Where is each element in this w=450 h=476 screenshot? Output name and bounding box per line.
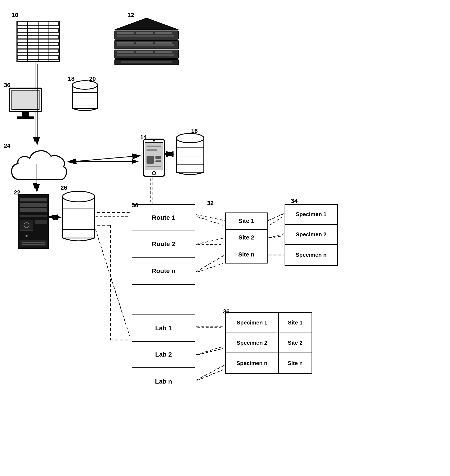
svg-line-99 (69, 156, 140, 162)
server-tower-icon (17, 193, 50, 250)
svg-rect-69 (147, 156, 154, 164)
specimen-row-1: Specimen 1 (285, 205, 337, 225)
specimen-row-2: Specimen 2 (285, 225, 337, 245)
server-stack-icon (112, 17, 181, 68)
svg-rect-55 (22, 112, 29, 117)
site-row-2: Site 2 (226, 230, 267, 246)
svg-rect-52 (121, 61, 172, 63)
lab-row-2: Lab 2 (132, 342, 195, 368)
db-cylinder-large-icon (174, 131, 206, 177)
site-bottom-row-n: Site n (279, 353, 312, 373)
svg-rect-47 (117, 51, 134, 53)
specimen-row-n: Specimen n (285, 245, 337, 265)
svg-rect-38 (136, 32, 153, 34)
svg-point-66 (153, 140, 155, 142)
svg-line-12 (197, 264, 223, 272)
sites-bottom-box: Site 1 Site 2 Site n (278, 312, 312, 374)
route-box: Route 1 Route 2 Route n (132, 204, 195, 285)
svg-rect-68 (147, 149, 157, 151)
diagram-container: 10 12 (0, 0, 450, 476)
svg-rect-49 (155, 51, 172, 53)
svg-rect-70 (155, 156, 161, 159)
svg-line-17 (197, 349, 223, 355)
svg-rect-85 (35, 220, 47, 224)
svg-line-14 (270, 236, 282, 238)
svg-rect-42 (117, 42, 134, 43)
building-icon (15, 17, 62, 64)
svg-point-58 (72, 81, 98, 89)
specimens-top-box: Specimen 1 Specimen 2 Specimen n (284, 204, 338, 266)
lab-row-1: Lab 1 (132, 315, 195, 342)
bottom-combined: Specimen 1 Specimen 2 Specimen n Site 1 … (225, 312, 312, 374)
specimen-bottom-row-2: Specimen 2 (226, 333, 278, 353)
svg-rect-80 (20, 203, 47, 207)
svg-point-74 (176, 133, 204, 143)
svg-line-114 (196, 346, 225, 355)
svg-line-115 (196, 365, 225, 380)
svg-line-107 (196, 215, 225, 221)
svg-line-109 (196, 255, 225, 272)
svg-line-18 (197, 370, 223, 380)
svg-rect-82 (20, 215, 47, 217)
route-row-n: Route n (132, 258, 195, 284)
svg-rect-40 (117, 35, 174, 36)
db-cylinder-mid-icon (60, 188, 97, 242)
site-bottom-row-1: Site 1 (279, 313, 312, 333)
site-row-1: Site 1 (226, 213, 267, 230)
svg-point-86 (25, 235, 28, 237)
lab-box: Lab 1 Lab 2 Lab n (132, 314, 195, 395)
svg-line-110 (268, 214, 284, 221)
svg-line-10 (197, 217, 223, 225)
svg-rect-48 (136, 51, 153, 53)
svg-marker-35 (115, 18, 178, 30)
cloud-icon (7, 145, 69, 186)
site-row-n: Site n (226, 246, 267, 263)
lab-row-n: Lab n (132, 368, 195, 395)
svg-line-8 (95, 229, 130, 336)
svg-rect-44 (155, 42, 172, 43)
svg-rect-39 (155, 32, 172, 34)
svg-line-111 (268, 234, 284, 238)
svg-rect-67 (147, 145, 161, 147)
svg-rect-81 (20, 208, 47, 212)
site-bottom-row-2: Site 2 (279, 333, 312, 353)
svg-rect-87 (20, 240, 47, 247)
specimen-bottom-row-n: Specimen n (226, 353, 278, 373)
svg-rect-43 (136, 42, 153, 43)
specimens-bottom-box: Specimen 1 Specimen 2 Specimen n (225, 312, 278, 374)
svg-rect-71 (155, 160, 161, 162)
ref-32: 32 (207, 200, 214, 206)
svg-rect-83 (20, 220, 33, 231)
svg-rect-50 (117, 54, 174, 56)
monitor-icon (8, 87, 42, 121)
svg-line-13 (270, 217, 282, 225)
ref-34: 34 (291, 198, 297, 205)
sites-box: Site 1 Site 2 Site n (225, 212, 268, 264)
svg-rect-90 (63, 197, 95, 238)
svg-rect-56 (17, 116, 34, 119)
route-row-1: Route 1 (132, 205, 195, 231)
svg-rect-37 (117, 32, 134, 34)
svg-rect-54 (12, 90, 39, 109)
svg-line-108 (196, 238, 225, 244)
db-cylinder-small-icon (70, 79, 100, 113)
mobile-icon (142, 138, 166, 177)
svg-rect-89 (22, 244, 45, 245)
svg-point-91 (63, 191, 95, 202)
svg-rect-72 (147, 166, 161, 167)
svg-rect-88 (22, 242, 45, 243)
route-row-2: Route 2 (132, 231, 195, 258)
specimen-bottom-row-1: Specimen 1 (226, 313, 278, 333)
svg-rect-79 (20, 198, 47, 201)
svg-rect-45 (117, 44, 174, 46)
